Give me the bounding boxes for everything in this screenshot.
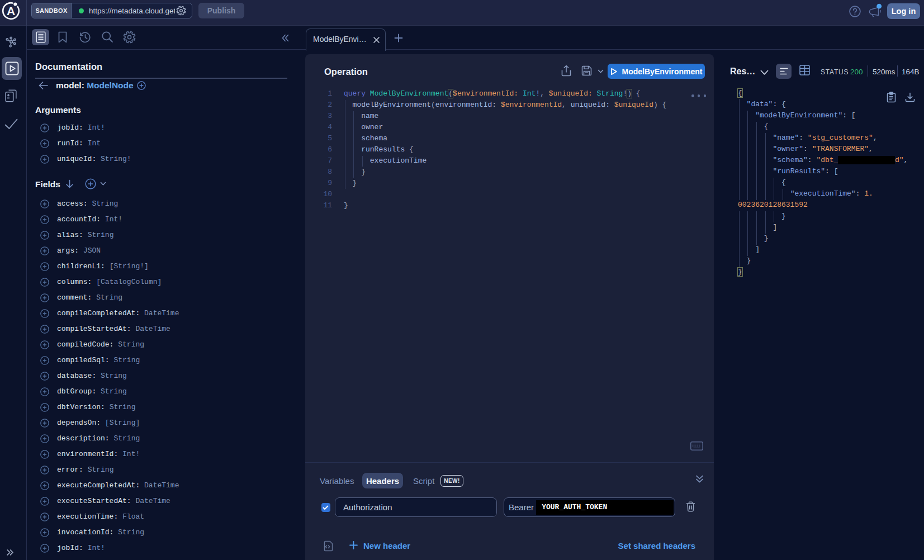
svg-text:A: A <box>7 4 15 17</box>
